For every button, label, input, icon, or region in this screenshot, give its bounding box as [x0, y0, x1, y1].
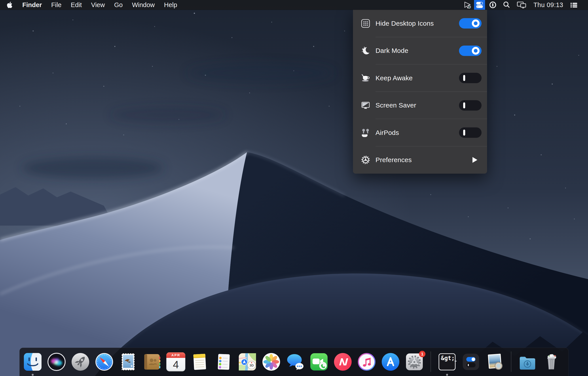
calendar-month: APR [166, 352, 185, 358]
submenu-arrow-icon [472, 157, 477, 163]
toggles-icon [476, 1, 483, 9]
dock-item-contacts[interactable] [142, 352, 161, 371]
menu-item-window[interactable]: Window [127, 0, 159, 10]
monitor-icon [361, 100, 370, 110]
dock-divider [511, 352, 511, 372]
menu-item-view[interactable]: View [86, 0, 109, 10]
screen-mirroring-icon[interactable] [516, 0, 527, 10]
dock-item-finder[interactable] [23, 352, 42, 371]
maps-3d-label: 3D [249, 363, 253, 367]
row-dark-mode[interactable]: Dark Mode [353, 37, 487, 65]
menu-item-app[interactable]: Finder [18, 0, 47, 10]
row-label: Keep Awake [376, 74, 413, 82]
toggle-keep-awake[interactable] [459, 73, 482, 83]
apple-menu[interactable] [0, 0, 18, 10]
coffee-cup-icon [361, 73, 370, 83]
dock-item-maps[interactable]: 3D [238, 352, 257, 371]
dock-item-downloads[interactable] [518, 352, 537, 371]
desktop-grid-icon [361, 19, 370, 28]
apple-logo-icon [7, 1, 12, 8]
menu-item-help[interactable]: Help [159, 0, 182, 10]
dock-item-launchpad[interactable] [71, 352, 90, 371]
row-screen-saver[interactable]: Screen Saver [353, 92, 487, 119]
row-label: AirPods [376, 129, 399, 136]
dock-item-preview[interactable] [485, 352, 504, 371]
spotlight-icon[interactable] [503, 0, 510, 10]
row-label: Preferences [376, 156, 412, 164]
dock-item-system-preferences[interactable]: 1 [405, 352, 424, 371]
notification-badge: 1 [419, 351, 425, 357]
one-switch-panel: Hide Desktop Icons Dark Mode Keep Awake [353, 10, 487, 174]
row-hide-desktop-icons[interactable]: Hide Desktop Icons [353, 10, 487, 37]
running-indicator [446, 374, 448, 376]
menu-bar-left: Finder File Edit View Go Window Help [0, 0, 182, 10]
row-label: Dark Mode [376, 47, 409, 55]
airpods-icon [361, 128, 370, 138]
row-airpods[interactable]: AirPods [353, 119, 487, 146]
menu-bar-clock[interactable]: Thu 09:13 [534, 1, 563, 9]
calendar-day: 4 [166, 358, 185, 371]
row-preferences[interactable]: Preferences [353, 146, 487, 174]
row-label: Hide Desktop Icons [376, 20, 434, 27]
running-indicator [32, 374, 34, 376]
menu-label: Window [132, 1, 155, 9]
toggle-screen-saver[interactable] [459, 100, 482, 111]
dock-item-siri[interactable] [47, 352, 66, 371]
toggle-airpods[interactable] [459, 127, 482, 138]
dock-item-one-switch[interactable] [462, 352, 480, 371]
toggle-hide-desktop-icons[interactable] [459, 18, 482, 29]
menu-item-edit[interactable]: Edit [66, 0, 86, 10]
menu-bar-status-area: Thu 09:13 [463, 0, 588, 10]
menu-label: Edit [71, 1, 82, 9]
dock-item-safari[interactable] [95, 352, 114, 371]
1password-icon[interactable] [489, 0, 497, 10]
menu-label: File [51, 1, 62, 9]
dock-item-itunes[interactable] [357, 352, 376, 371]
list-menu-icon[interactable] [569, 0, 579, 10]
toggle-dark-mode[interactable] [459, 45, 482, 56]
dock-item-mail[interactable] [119, 352, 138, 371]
dock: APR 4 [20, 348, 568, 376]
pointer-app-icon[interactable] [463, 0, 472, 10]
terminal-prompt: &gt;_ [441, 355, 457, 361]
gear-icon [361, 155, 370, 165]
one-switch-menu-icon[interactable] [474, 0, 485, 10]
menu-item-file[interactable]: File [47, 0, 66, 10]
menu-label: View [91, 1, 105, 9]
menu-bar: Finder File Edit View Go Window Help [0, 0, 588, 10]
dock-item-calendar[interactable]: APR 4 [166, 352, 185, 371]
dock-item-notes[interactable] [190, 352, 209, 371]
desktop-wallpaper [0, 0, 588, 376]
moon-sparkles-icon [361, 46, 370, 55]
row-keep-awake[interactable]: Keep Awake [353, 64, 487, 92]
menu-label: Help [164, 1, 177, 9]
dock-item-photos[interactable] [262, 352, 281, 371]
dock-item-news[interactable] [333, 352, 352, 371]
dock-item-terminal[interactable]: &gt;_ [438, 352, 457, 371]
dock-item-messages[interactable] [286, 352, 304, 371]
dock-item-facetime[interactable] [309, 352, 328, 371]
menu-label: Finder [22, 1, 42, 9]
menu-label: Go [114, 1, 123, 9]
dock-item-reminders[interactable] [214, 352, 233, 371]
dock-item-appstore[interactable] [381, 352, 400, 371]
dock-divider [430, 352, 431, 372]
row-label: Screen Saver [376, 101, 416, 109]
calendar-icon: APR 4 [166, 352, 185, 371]
menu-item-go[interactable]: Go [110, 0, 127, 10]
dock-item-trash[interactable] [542, 352, 561, 371]
